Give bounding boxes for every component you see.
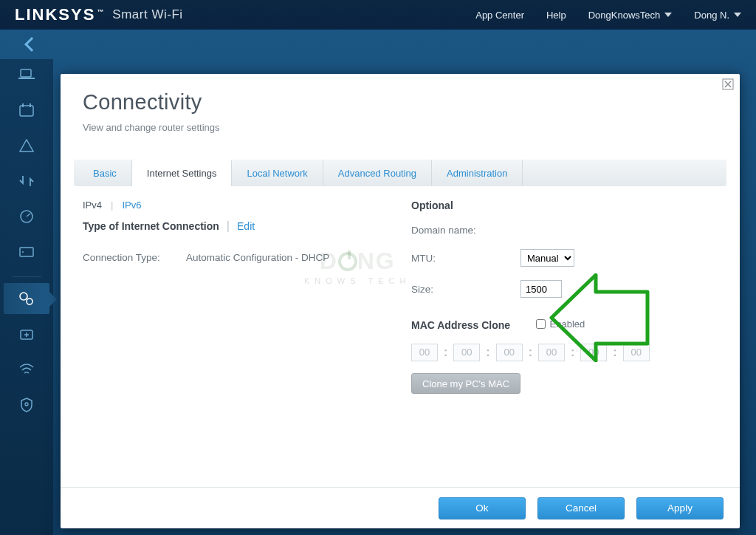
settings-panel: Connectivity View and change router sett… [61, 74, 740, 528]
chevron-down-icon [734, 13, 741, 17]
calendar-icon [19, 103, 34, 117]
mac-clone-heading: MAC Address Clone [411, 319, 510, 331]
medkit-icon [19, 327, 34, 341]
svg-point-12 [25, 403, 28, 406]
tab-local-network[interactable]: Local Network [232, 160, 323, 186]
domain-name-label: Domain name: [411, 225, 507, 236]
mtu-label: MTU: [411, 253, 507, 264]
nav-account[interactable]: DongKnowsTech [588, 10, 673, 21]
svg-rect-1 [18, 78, 35, 79]
edit-connection-link[interactable]: Edit [237, 220, 255, 232]
laptop-icon [18, 69, 35, 81]
shield-icon [21, 398, 32, 412]
nav-user[interactable]: Dong N. [694, 10, 741, 21]
svg-rect-7 [20, 248, 33, 256]
mac-octet-4[interactable]: 00 [580, 344, 607, 361]
mac-enabled-label: Enabled [550, 318, 585, 330]
tab-internet-settings[interactable]: Internet Settings [132, 160, 233, 186]
tab-basic[interactable]: Basic [74, 160, 132, 186]
panel-footer: Ok Cancel Apply [61, 487, 740, 528]
sub-bar [0, 30, 756, 59]
mtu-size-input[interactable] [520, 280, 562, 298]
brand-logo: LINKSYS™ [15, 5, 105, 24]
back-button[interactable] [24, 37, 39, 52]
mac-address-fields: 00: 00: 00: 00: 00: 00 [411, 344, 718, 361]
mac-enabled-wrapper[interactable]: Enabled [536, 318, 585, 330]
mac-octet-0[interactable]: 00 [411, 344, 438, 361]
svg-point-9 [20, 293, 27, 300]
sidebar-item-parental[interactable] [4, 130, 49, 161]
svg-point-8 [22, 251, 24, 253]
connection-type-label: Connection Type: [83, 252, 179, 263]
mac-octet-1[interactable]: 00 [453, 344, 480, 361]
tab-administration[interactable]: Administration [432, 160, 523, 186]
mac-octet-2[interactable]: 00 [496, 344, 523, 361]
svg-point-10 [27, 299, 32, 304]
mac-enabled-checkbox[interactable] [536, 319, 546, 329]
sidebar-item-security[interactable] [4, 389, 49, 420]
mac-octet-3[interactable]: 00 [538, 344, 565, 361]
svg-rect-3 [22, 103, 24, 107]
page-subtitle: View and change router settings [83, 122, 718, 133]
chevron-down-icon [664, 13, 672, 17]
sidebar-item-troubleshoot[interactable] [4, 318, 49, 350]
clone-mac-button[interactable]: Clone my PC's MAC [411, 373, 520, 394]
sidebar-item-media[interactable] [4, 166, 49, 197]
cancel-button[interactable]: Cancel [537, 497, 625, 519]
mac-octet-5[interactable]: 00 [623, 344, 650, 361]
sidebar [0, 59, 53, 535]
sidebar-item-connectivity[interactable] [4, 283, 49, 314]
nav-help[interactable]: Help [546, 10, 566, 21]
connection-type-value: Automatic Configuration - DHCP [186, 252, 329, 263]
mtu-select[interactable]: Manual [520, 249, 574, 267]
optional-heading: Optional [411, 200, 718, 211]
tab-strip: Basic Internet Settings Local Network Ad… [74, 160, 726, 186]
size-label: Size: [411, 284, 507, 295]
sidebar-item-device-list[interactable] [4, 59, 49, 90]
tab-advanced-routing[interactable]: Advanced Routing [323, 160, 432, 186]
brand-subtitle: Smart Wi-Fi [112, 7, 182, 22]
svg-rect-0 [21, 69, 31, 77]
svg-line-6 [27, 214, 30, 217]
warning-icon [19, 139, 34, 152]
nav-app-center[interactable]: App Center [475, 10, 524, 21]
subtab-ipv4[interactable]: IPv4 [83, 200, 102, 211]
svg-rect-2 [20, 106, 33, 116]
connection-type-heading: Type of Internet Connection [83, 220, 219, 232]
gauge-icon [19, 209, 34, 224]
wifi-icon [18, 363, 35, 376]
sidebar-item-storage[interactable] [4, 236, 49, 268]
ok-button[interactable]: Ok [439, 497, 526, 519]
arrows-icon [19, 174, 34, 188]
sidebar-item-wireless[interactable] [4, 354, 49, 385]
drive-icon [19, 247, 34, 257]
top-nav: App Center Help DongKnowsTech Dong N. [475, 10, 741, 21]
sidebar-item-speedtest[interactable] [4, 201, 49, 232]
apply-button[interactable]: Apply [636, 497, 724, 519]
close-icon [722, 78, 734, 90]
gears-icon [18, 291, 35, 306]
top-bar: LINKSYS™ Smart Wi-Fi App Center Help Don… [0, 0, 756, 30]
svg-rect-4 [30, 103, 31, 107]
subtab-ipv6[interactable]: IPv6 [122, 200, 141, 211]
sidebar-item-guest-access[interactable] [4, 95, 49, 126]
page-title: Connectivity [83, 90, 718, 115]
close-button[interactable] [722, 78, 734, 90]
